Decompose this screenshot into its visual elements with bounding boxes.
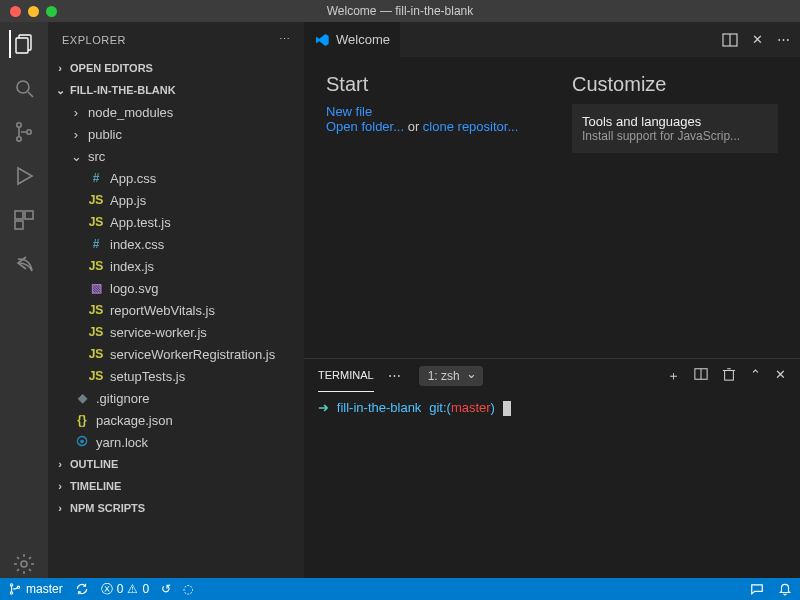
chevron-right-icon: › — [54, 502, 66, 514]
open-folder-link[interactable]: Open folder... — [326, 119, 404, 134]
maximize-window-icon[interactable] — [46, 6, 57, 17]
section-project[interactable]: ⌄FILL-IN-THE-BLANK — [48, 79, 304, 101]
file-index-css[interactable]: #index.css — [48, 233, 304, 255]
branch-icon — [8, 582, 22, 596]
terminal-body[interactable]: ➜ fill-in-the-blank git:(master) — [304, 392, 800, 578]
chevron-right-icon: › — [70, 105, 82, 120]
prompt-git-close: ) — [491, 400, 495, 415]
svg-rect-8 — [15, 211, 23, 219]
svg-point-5 — [17, 137, 21, 141]
more-icon[interactable]: ⋯ — [279, 33, 291, 46]
search-icon[interactable] — [10, 74, 38, 102]
tab-welcome[interactable]: Welcome — [304, 22, 401, 57]
maximize-panel-icon[interactable]: ⌃ — [750, 367, 761, 385]
file-package-json[interactable]: {}package.json — [48, 409, 304, 431]
close-window-icon[interactable] — [10, 6, 21, 17]
js-file-icon: JS — [88, 303, 104, 317]
source-control-icon[interactable] — [10, 118, 38, 146]
js-file-icon: JS — [88, 347, 104, 361]
terminal-cursor — [503, 401, 511, 416]
svg-point-6 — [27, 130, 31, 134]
editor-area: Welcome ✕ ⋯ Start New file Open folder..… — [304, 22, 800, 578]
file-gitignore[interactable]: ◆.gitignore — [48, 387, 304, 409]
js-file-icon: JS — [88, 325, 104, 339]
minimize-window-icon[interactable] — [28, 6, 39, 17]
sync-icon — [75, 582, 89, 596]
status-sync[interactable] — [75, 582, 89, 596]
kill-terminal-icon[interactable] — [722, 367, 736, 385]
js-file-icon: JS — [88, 215, 104, 229]
status-branch[interactable]: master — [8, 582, 63, 596]
sidebar-header: EXPLORER ⋯ — [48, 22, 304, 57]
explorer-icon[interactable] — [9, 30, 37, 58]
customize-card[interactable]: Tools and languages Install support for … — [572, 104, 778, 153]
settings-gear-icon[interactable] — [10, 550, 38, 578]
prompt-arrow: ➜ — [318, 400, 329, 415]
svg-line-3 — [28, 92, 33, 97]
split-editor-icon[interactable] — [722, 32, 738, 48]
prompt-git-label: git:( — [429, 400, 451, 415]
explorer-sidebar: EXPLORER ⋯ ›OPEN EDITORS ⌄FILL-IN-THE-BL… — [48, 22, 304, 578]
file-index-js[interactable]: JSindex.js — [48, 255, 304, 277]
css-file-icon: # — [88, 237, 104, 251]
split-terminal-icon[interactable] — [694, 367, 708, 385]
file-app-css[interactable]: #App.css — [48, 167, 304, 189]
status-problems[interactable]: ⓧ0 ⚠0 — [101, 581, 149, 598]
clone-repo-link[interactable]: clone repositor... — [423, 119, 518, 134]
status-history-icon[interactable]: ↺ — [161, 582, 171, 596]
window-title: Welcome — fill-in-the-blank — [327, 4, 474, 18]
terminal-selector[interactable]: 1: zsh — [419, 366, 483, 386]
section-timeline[interactable]: ›TIMELINE — [48, 475, 304, 497]
section-open-editors[interactable]: ›OPEN EDITORS — [48, 57, 304, 79]
run-debug-icon[interactable] — [10, 162, 38, 190]
feedback-icon — [750, 582, 764, 596]
git-file-icon: ◆ — [74, 391, 90, 405]
css-file-icon: # — [88, 171, 104, 185]
file-report-web-vitals[interactable]: JSreportWebVitals.js — [48, 299, 304, 321]
svg-marker-7 — [18, 168, 32, 184]
file-app-test[interactable]: JSApp.test.js — [48, 211, 304, 233]
vscode-icon — [314, 32, 330, 48]
file-service-worker[interactable]: JSservice-worker.js — [48, 321, 304, 343]
svg-rect-16 — [725, 370, 734, 380]
panel-tabbar: TERMINAL ⋯ 1: zsh ＋ ⌃ ✕ — [304, 359, 800, 392]
section-outline[interactable]: ›OUTLINE — [48, 453, 304, 475]
prompt-dir: fill-in-the-blank — [337, 400, 422, 415]
more-actions-icon[interactable]: ⋯ — [777, 32, 790, 48]
terminal-tab[interactable]: TERMINAL — [318, 359, 374, 392]
file-app-js[interactable]: JSApp.js — [48, 189, 304, 211]
error-icon: ⓧ — [101, 581, 113, 598]
sidebar-title: EXPLORER — [62, 34, 126, 46]
file-yarn-lock[interactable]: ⦿yarn.lock — [48, 431, 304, 453]
prompt-branch: master — [451, 400, 491, 415]
status-broadcast-icon[interactable]: ◌ — [183, 582, 193, 596]
bell-icon — [778, 582, 792, 596]
chevron-right-icon: › — [70, 127, 82, 142]
new-file-link[interactable]: New file — [326, 104, 372, 119]
file-logo-svg[interactable]: ▧logo.svg — [48, 277, 304, 299]
status-bell-icon[interactable] — [778, 582, 792, 596]
customize-heading: Customize — [572, 73, 778, 96]
folder-node-modules[interactable]: ›node_modules — [48, 101, 304, 123]
json-file-icon: {} — [74, 413, 90, 427]
close-panel-icon[interactable]: ✕ — [775, 367, 786, 385]
folder-public[interactable]: ›public — [48, 123, 304, 145]
file-setup-tests[interactable]: JSsetupTests.js — [48, 365, 304, 387]
svg-point-19 — [10, 584, 12, 586]
editor-tabbar: Welcome ✕ ⋯ — [304, 22, 800, 57]
status-branch-label: master — [26, 582, 63, 596]
section-npm-scripts[interactable]: ›NPM SCRIPTS — [48, 497, 304, 519]
panel-more-icon[interactable]: ⋯ — [388, 368, 401, 383]
new-terminal-icon[interactable]: ＋ — [667, 367, 680, 385]
folder-src[interactable]: ⌄src — [48, 145, 304, 167]
svg-point-2 — [17, 81, 29, 93]
activity-bar — [0, 22, 48, 578]
or-text: or — [404, 119, 423, 134]
status-feedback-icon[interactable] — [750, 582, 764, 596]
share-icon[interactable] — [10, 250, 38, 278]
svg-point-20 — [10, 592, 12, 594]
close-tab-icon[interactable]: ✕ — [752, 32, 763, 48]
file-service-worker-reg[interactable]: JSserviceWorkerRegistration.js — [48, 343, 304, 365]
status-bar: master ⓧ0 ⚠0 ↺ ◌ — [0, 578, 800, 600]
extensions-icon[interactable] — [10, 206, 38, 234]
